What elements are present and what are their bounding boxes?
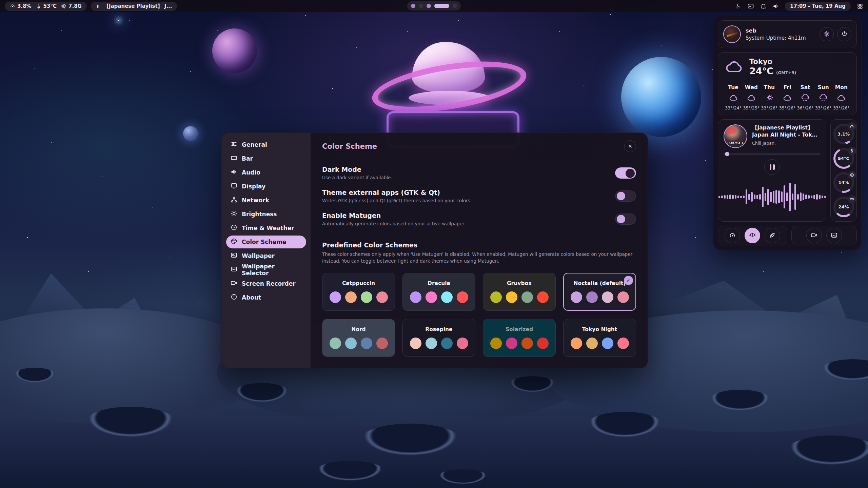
workspace-dot-occupied[interactable] [411, 4, 415, 8]
visualizer-bar [811, 196, 812, 198]
toggle-description: Automatically generate colors based on y… [322, 221, 466, 226]
sidebar-item-bar[interactable]: Bar [226, 152, 306, 165]
earth-illustration [621, 57, 701, 137]
sidebar-item-wallpaper-selector[interactable]: Wallpaper Selector [226, 263, 306, 276]
scheme-card-dracula[interactable]: Dracula [402, 273, 475, 311]
media-progress-bar[interactable] [724, 154, 821, 155]
scheme-card-gruvbox[interactable]: Gruvbox [483, 273, 556, 311]
color-swatch [376, 338, 388, 349]
toggle-row-dark-mode: Dark Mode Use a dark variant if availabl… [322, 166, 636, 180]
color-swatch [602, 291, 613, 303]
scheme-card-tokyo-night[interactable]: Tokyo Night [563, 319, 636, 357]
visualizer-bar [740, 196, 742, 198]
sidebar-item-brightness[interactable]: Brightness [226, 208, 306, 221]
forecast-temps: 35°/25° [743, 105, 760, 110]
sidebar-item-about[interactable]: About [226, 291, 306, 304]
cloud-icon [728, 93, 738, 103]
sidebar-item-time-weather[interactable]: Time & Weather [226, 222, 306, 235]
visualizer-bar [767, 189, 769, 205]
color-swatch [410, 291, 421, 303]
balanced-profile-button[interactable] [745, 228, 760, 243]
media-subtitle: Chill Japan. [752, 141, 821, 146]
wallpaper-button[interactable] [826, 228, 842, 243]
rain-cloud-icon [800, 93, 810, 103]
visualizer-bar [743, 196, 745, 198]
powersaver-profile-button[interactable] [765, 228, 780, 243]
visualizer-bar [746, 189, 747, 204]
leaf-icon [769, 232, 776, 240]
forecast-day: Sun 33°/26° [814, 84, 832, 110]
scheme-card-noctalia[interactable]: ✓ Noctalia (default) [563, 273, 636, 311]
power-button[interactable] [837, 27, 851, 41]
scheme-card-solarized[interactable]: Solarized [483, 319, 556, 357]
workspace-dot-empty[interactable] [453, 4, 457, 8]
visualizer-bar [727, 195, 728, 199]
media-pill[interactable]: 【Japanese Playlist】 J... [91, 2, 177, 11]
settings-button[interactable] [820, 27, 834, 41]
speaker-icon [231, 168, 237, 177]
tray-app-icon[interactable] [735, 3, 742, 9]
workspace-dot-active[interactable] [434, 4, 449, 8]
moon-crater [85, 407, 176, 439]
workspace-dot-empty[interactable] [419, 4, 423, 8]
color-swatch [521, 338, 533, 349]
volume-icon[interactable] [772, 3, 779, 9]
progress-knob[interactable] [725, 152, 729, 156]
settings-sidebar: General Bar Audio Display Network Bright… [222, 133, 311, 368]
bell-icon[interactable] [760, 3, 767, 9]
album-art: TOKYO L [724, 124, 747, 148]
overview-grid-icon[interactable] [856, 3, 863, 9]
visualizer-bar [778, 190, 780, 203]
visualizer-bar [762, 187, 764, 207]
disk-icon [848, 195, 856, 203]
system-gauges: 3.1% 54°C 14% 24% [830, 119, 857, 222]
forecast-day: Mon 33°/26° [832, 84, 850, 110]
sidebar-item-network[interactable]: Network [226, 194, 306, 207]
forecast-day: Sat 36°/26° [796, 84, 814, 110]
sidebar-item-wallpaper[interactable]: Wallpaper [226, 249, 306, 262]
album-art-text: TOKYO L [724, 141, 747, 145]
media-title: 【Japanese Playlist】 Japan All Night - To… [752, 124, 821, 139]
system-stats-chip: 3.8% 53°C 7.8G [5, 2, 87, 11]
sidebar-item-label: Wallpaper [242, 252, 275, 259]
sidebar-item-audio[interactable]: Audio [226, 166, 306, 179]
theme-external-apps-toggle[interactable] [615, 190, 636, 202]
visualizer-bar [729, 195, 731, 199]
screen-record-button[interactable] [806, 228, 822, 243]
sidebar-item-label: Brightness [242, 211, 277, 218]
dark-mode-toggle[interactable] [615, 167, 636, 179]
sidebar-item-color-scheme[interactable]: Color Scheme [226, 236, 306, 248]
visualizer-bar [813, 195, 815, 199]
pause-button[interactable] [764, 159, 780, 175]
color-swatch [571, 291, 582, 303]
color-swatch [617, 291, 629, 303]
sidebar-item-display[interactable]: Display [226, 180, 306, 193]
page-title: Color Scheme [322, 142, 377, 150]
performance-profile-button[interactable] [725, 228, 740, 243]
sidebar-item-screen-recorder[interactable]: Screen Recorder [226, 277, 306, 290]
scheme-card-rosepine[interactable]: Rosepine [402, 319, 475, 357]
visualizer-bar [732, 195, 734, 199]
color-swatch [345, 291, 357, 303]
media-player-widget: TOKYO L 【Japanese Playlist】 Japan All Ni… [718, 119, 826, 222]
scheme-card-nord[interactable]: Nord [322, 319, 395, 357]
wallpaper-tray-icon[interactable] [747, 3, 754, 9]
sidebar-item-label: Bar [242, 155, 253, 162]
clock-chip[interactable]: 17:09 - Tue, 19 Aug [785, 2, 851, 11]
visualizer-bar [735, 195, 736, 199]
visualizer-bar [721, 196, 723, 198]
thermometer-icon [848, 147, 856, 155]
color-swatch [426, 338, 437, 349]
top-bar-right: 17:09 - Tue, 19 Aug [735, 2, 863, 11]
cpu-gauge: 3.1% [833, 124, 854, 144]
visualizer-bar [805, 195, 807, 199]
scheme-name: Tokyo Night [582, 326, 617, 332]
scheme-card-catppuccin[interactable]: Catppuccin [322, 273, 395, 311]
toggle-knob [617, 215, 625, 223]
forecast-temps: 33°/24° [725, 105, 742, 110]
sidebar-item-general[interactable]: General [226, 138, 306, 151]
header-divider [322, 157, 636, 157]
enable-matugen-toggle[interactable] [615, 214, 636, 225]
close-icon[interactable]: × [624, 140, 636, 152]
workspace-dot-occupied[interactable] [427, 4, 431, 8]
